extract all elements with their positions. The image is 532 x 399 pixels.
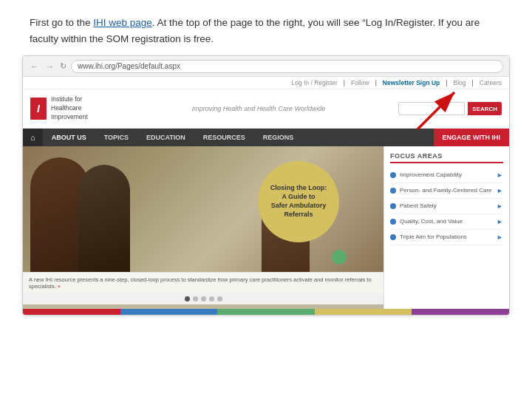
nav-education-label: EDUCATION	[146, 134, 185, 141]
instruction-text: First go to the IHI web page. At the top…	[0, 0, 532, 55]
hero-title-overlay: Closing the Loop: A Guide to Safer Ambul…	[258, 161, 339, 242]
separator1: |	[344, 79, 345, 86]
focus-label-5: Triple Aim for Populations	[400, 233, 497, 240]
focus-arrow-1: ►	[497, 171, 503, 179]
ihi-tagline: Improving Health and Health Care Worldwi…	[119, 105, 398, 112]
ihi-logo: I Institute for Healthcare Improvement	[30, 95, 119, 122]
search-button[interactable]: SEARCH	[468, 102, 502, 115]
colorbar-green	[217, 309, 315, 315]
focus-arrow-5: ►	[497, 233, 503, 241]
search-input[interactable]	[398, 102, 465, 115]
nav-education[interactable]: EDUCATION	[137, 129, 194, 146]
hero-caption: A new IHI resource presents a nine-step,…	[23, 272, 383, 293]
logo-line3: Improvement	[51, 113, 88, 122]
nav-topics-label: TOPICS	[104, 134, 129, 141]
focus-label-1: Improvement Capability	[400, 171, 497, 178]
slide-container: First go to the IHI web page. At the top…	[0, 0, 532, 399]
dot-3[interactable]	[201, 296, 206, 301]
nav-engage-label: ENGAGE WITH IHI	[443, 134, 501, 141]
focus-dot-2	[390, 188, 396, 194]
hero-title-text: Closing the Loop: A Guide to Safer Ambul…	[270, 184, 327, 219]
person-figure-center	[78, 165, 130, 272]
logo-line2: Healthcare	[51, 104, 88, 113]
nav-resources[interactable]: RESOURCES	[194, 129, 254, 146]
focus-label-2: Person- and Family-Centered Care	[400, 187, 497, 194]
focus-arrow-3: ►	[497, 202, 503, 210]
dot-2[interactable]	[193, 296, 198, 301]
separator4: |	[472, 79, 474, 86]
hero-image: Closing the Loop: A Guide to Safer Ambul…	[23, 146, 383, 272]
focus-areas-title: FOCUS AREAS	[390, 152, 503, 163]
login-link[interactable]: Log In / Register	[291, 79, 337, 86]
hero-title-line3: Safer Ambulatory	[271, 202, 327, 209]
focus-label-3: Patient Safety	[400, 202, 497, 209]
focus-arrow-4: ►	[497, 218, 503, 225]
colorbar	[23, 309, 509, 315]
back-button[interactable]: ←	[29, 62, 40, 71]
separator3: |	[446, 79, 447, 86]
address-bar[interactable]: www.ihi.org/Pages/default.aspx	[71, 60, 503, 73]
hero-caption-text: A new IHI resource presents a nine-step,…	[29, 276, 372, 290]
hero-green-dot	[332, 250, 347, 265]
focus-item-5[interactable]: Triple Aim for Populations ►	[390, 230, 503, 245]
logo-icon: I	[30, 98, 47, 120]
home-icon: ⌂	[30, 133, 35, 142]
focus-dot-4	[390, 219, 396, 225]
ihi-header: I Institute for Healthcare Improvement I…	[23, 89, 509, 129]
nav-regions[interactable]: REGIONS	[254, 129, 303, 146]
newsletter-link[interactable]: Newsletter Sign Up	[383, 79, 440, 86]
nav-topics[interactable]: TOPICS	[95, 129, 137, 146]
forward-button[interactable]: →	[44, 62, 55, 71]
colorbar-red	[23, 309, 120, 315]
address-text: www.ihi.org/Pages/default.aspx	[78, 62, 180, 70]
blog-link[interactable]: Blog	[454, 79, 466, 86]
dot-5[interactable]	[217, 296, 222, 301]
nav-regions-label: REGIONS	[263, 134, 294, 141]
focus-item-3[interactable]: Patient Safety ►	[390, 199, 503, 214]
follow-link[interactable]: Follow	[351, 79, 369, 86]
hero-slideshow-dots	[23, 293, 383, 304]
focus-arrow-2: ►	[497, 187, 503, 194]
hero-caption-link[interactable]: »	[58, 283, 61, 290]
instruction-prefix: First go to the	[30, 17, 93, 28]
focus-dot-3	[390, 203, 396, 209]
dot-4[interactable]	[209, 296, 214, 301]
colorbar-yellow	[315, 309, 412, 315]
ihi-nav: ⌂ ABOUT US TOPICS EDUCATION RESOURCES RE…	[23, 129, 509, 146]
focus-dot-1	[390, 172, 396, 178]
focus-item-4[interactable]: Quality, Cost, and Value ►	[390, 214, 503, 230]
nav-engage[interactable]: ENGAGE WITH IHI	[434, 129, 510, 146]
nav-about-label: ABOUT US	[52, 134, 86, 141]
browser-mockup: ← → ↻ www.ihi.org/Pages/default.aspx Log…	[22, 55, 510, 316]
logo-text: Institute for Healthcare Improvement	[51, 95, 88, 122]
focus-label-4: Quality, Cost, and Value	[400, 218, 497, 225]
hero-title-line2: A Guide to	[282, 193, 315, 200]
ihi-topbar: Log In / Register | Follow | Newsletter …	[23, 77, 509, 89]
colorbar-purple	[412, 309, 509, 315]
hero-title-line4: Referrals	[284, 211, 313, 218]
ihi-main-content: Closing the Loop: A Guide to Safer Ambul…	[23, 146, 509, 309]
ihi-website: Log In / Register | Follow | Newsletter …	[23, 77, 509, 315]
dot-1[interactable]	[185, 296, 190, 301]
refresh-button[interactable]: ↻	[60, 61, 66, 71]
ihi-link[interactable]: IHI web page	[93, 17, 152, 28]
nav-about-us[interactable]: ABOUT US	[43, 129, 95, 146]
nav-resources-label: RESOURCES	[203, 134, 245, 141]
nav-home-button[interactable]: ⌂	[23, 129, 43, 146]
hero-title-line1: Closing the Loop:	[270, 184, 327, 191]
browser-chrome: ← → ↻ www.ihi.org/Pages/default.aspx	[23, 56, 509, 77]
focus-dot-5	[390, 234, 396, 240]
focus-item-2[interactable]: Person- and Family-Centered Care ►	[390, 183, 503, 199]
separator2: |	[375, 79, 377, 86]
ihi-search: SEARCH	[398, 102, 502, 115]
careers-link[interactable]: Careers	[480, 79, 502, 86]
focus-areas-sidebar: FOCUS AREAS Improvement Capability ► Per…	[383, 146, 509, 309]
focus-item-1[interactable]: Improvement Capability ►	[390, 168, 503, 183]
ihi-hero-section: Closing the Loop: A Guide to Safer Ambul…	[23, 146, 383, 309]
colorbar-blue	[120, 309, 218, 315]
logo-line1: Institute for	[51, 95, 88, 104]
